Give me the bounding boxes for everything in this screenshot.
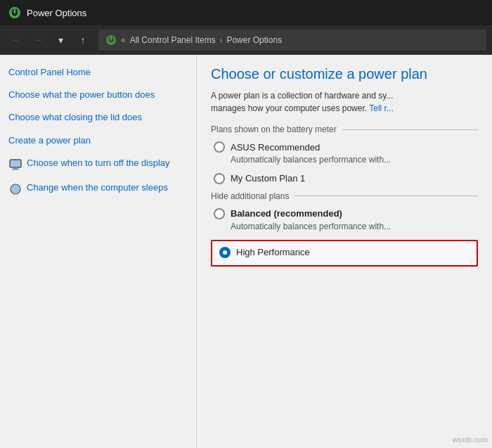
svg-rect-4 bbox=[12, 169, 19, 170]
svg-point-5 bbox=[11, 184, 20, 194]
sleep-icon bbox=[8, 182, 22, 196]
sidebar-item-sleep: Change when the computer sleeps bbox=[8, 181, 188, 196]
plan-name-custom: My Custom Plan 1 bbox=[231, 173, 305, 184]
plan-option-custom-row[interactable]: My Custom Plan 1 bbox=[214, 173, 478, 184]
plan-name-balanced: Balanced (recommended) bbox=[231, 208, 342, 219]
breadcrumb-arrow: › bbox=[220, 36, 223, 44]
dropdown-button[interactable]: ▾ bbox=[51, 30, 70, 50]
plan-option-balanced-row[interactable]: Balanced (recommended) bbox=[214, 208, 478, 219]
section-label-text: Plans shown on the battery meter bbox=[211, 124, 337, 134]
sidebar-link-create-plan[interactable]: Create a power plan bbox=[8, 134, 188, 147]
back-button[interactable]: ← bbox=[6, 30, 25, 50]
sidebar-item-display: Choose when to turn off the display bbox=[8, 157, 188, 172]
sidebar-link-closing-lid[interactable]: Choose what closing the lid does bbox=[8, 111, 188, 124]
content-title: Choose or customize a power plan bbox=[211, 66, 478, 82]
breadcrumb-separator: « bbox=[121, 35, 126, 45]
plan-desc-balanced: Automatically balances performance with.… bbox=[214, 221, 478, 233]
breadcrumb-current: Power Options bbox=[226, 35, 282, 45]
plan-name-high-perf: High Performance bbox=[236, 247, 310, 257]
plan-option-asus: ASUS Recommended Automatically balances … bbox=[211, 141, 478, 166]
display-icon bbox=[8, 158, 22, 172]
radio-asus[interactable] bbox=[214, 141, 225, 153]
content-area: Choose or customize a power plan A power… bbox=[197, 55, 492, 448]
sidebar-link-display[interactable]: Choose when to turn off the display bbox=[27, 157, 170, 169]
plan-option-balanced: Balanced (recommended) Automatically bal… bbox=[211, 208, 478, 233]
title-bar-icon bbox=[8, 6, 21, 19]
section-label-battery: Plans shown on the battery meter bbox=[211, 124, 478, 134]
sidebar: Control Panel Home Choose what the power… bbox=[0, 55, 197, 448]
section-label-additional: Hide additional plans bbox=[211, 191, 478, 201]
radio-balanced[interactable] bbox=[214, 208, 225, 219]
title-bar-title: Power Options bbox=[27, 8, 86, 18]
sidebar-link-sleep[interactable]: Change when the computer sleeps bbox=[27, 181, 168, 194]
title-bar: Power Options bbox=[0, 0, 492, 25]
main-area: Control Panel Home Choose what the power… bbox=[0, 55, 492, 448]
svg-rect-3 bbox=[13, 167, 18, 169]
plan-option-high-perf-highlighted[interactable]: High Performance bbox=[211, 240, 478, 267]
radio-high-perf[interactable] bbox=[219, 247, 231, 258]
plan-name-asus: ASUS Recommended bbox=[231, 142, 320, 153]
breadcrumb-parent[interactable]: All Control Panel Items bbox=[130, 35, 216, 45]
section-line bbox=[342, 129, 478, 130]
up-button[interactable]: ↑ bbox=[73, 30, 93, 50]
forward-button[interactable]: → bbox=[28, 30, 48, 50]
watermark: wsxdn.com bbox=[453, 436, 488, 444]
sidebar-link-control-panel-home[interactable]: Control Panel Home bbox=[8, 66, 188, 79]
svg-rect-2 bbox=[10, 160, 21, 167]
breadcrumb-icon bbox=[105, 34, 117, 46]
section-label-additional-text: Hide additional plans bbox=[211, 191, 289, 201]
plan-option-custom: My Custom Plan 1 bbox=[211, 173, 478, 184]
plan-desc-asus: Automatically balances performance with.… bbox=[214, 154, 478, 166]
tell-me-link[interactable]: Tell r... bbox=[369, 103, 394, 113]
plan-option-asus-row[interactable]: ASUS Recommended bbox=[214, 141, 478, 153]
content-description: A power plan is a collection of hardware… bbox=[211, 89, 478, 115]
section-line-2 bbox=[294, 196, 478, 196]
nav-bar: ← → ▾ ↑ « All Control Panel Items › Powe… bbox=[0, 25, 492, 55]
breadcrumb-bar: « All Control Panel Items › Power Option… bbox=[98, 30, 486, 51]
plan-option-high-perf-row[interactable]: High Performance bbox=[219, 247, 470, 258]
radio-custom[interactable] bbox=[214, 173, 225, 184]
sidebar-link-power-button[interactable]: Choose what the power button does bbox=[8, 89, 188, 101]
